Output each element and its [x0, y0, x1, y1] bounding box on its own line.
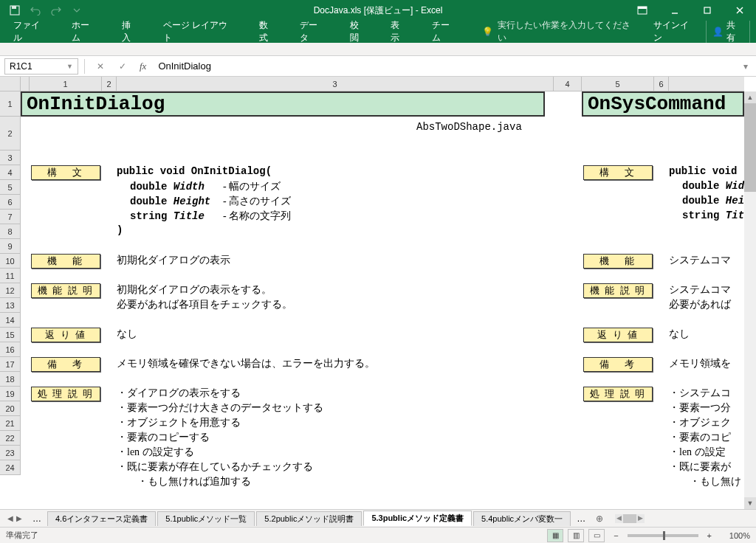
zoom-slider[interactable]	[628, 534, 698, 537]
ribbon-display-button[interactable]	[626, 0, 659, 21]
sheet-tab-5[interactable]: 5.4publicメンバ変数一	[473, 511, 571, 526]
sheet-nav[interactable]: ◀▶	[3, 514, 27, 522]
label-process[interactable]: 処 理 説 明	[31, 387, 100, 401]
function-text[interactable]: 初期化ダイアログの表示	[117, 254, 230, 267]
remarks-text-r[interactable]: メモリ領域を	[669, 357, 731, 370]
label-func-desc[interactable]: 機 能 説 明	[31, 283, 100, 298]
zoom-out-button[interactable]: −	[609, 531, 622, 540]
cancel-formula-button[interactable]: ✕	[91, 58, 110, 75]
param2[interactable]: double Height - 高さのサイズ	[130, 195, 291, 208]
row-header-4[interactable]: 4	[0, 165, 20, 180]
row-header-5[interactable]: 5	[0, 180, 20, 195]
tab-insert[interactable]: 挿入	[114, 21, 147, 43]
col-header-1[interactable]: 1	[30, 77, 102, 91]
share-button[interactable]: 👤共有	[706, 17, 750, 46]
param2-r[interactable]: double Hei	[682, 195, 744, 207]
row-header-17[interactable]: 17	[0, 357, 20, 372]
proc-3-r[interactable]: ・オブジェク	[669, 416, 731, 429]
row-header-9[interactable]: 9	[0, 239, 20, 254]
zoom-level[interactable]: 100%	[721, 531, 750, 540]
col-header-2[interactable]: 2	[102, 77, 117, 91]
undo-button[interactable]	[27, 1, 44, 19]
tab-review[interactable]: 校閲	[343, 21, 375, 43]
tab-formulas[interactable]: 数式	[252, 21, 284, 43]
col-header-4[interactable]: 4	[554, 77, 582, 91]
row-header-19[interactable]: 19	[0, 387, 20, 401]
enter-formula-button[interactable]: ✓	[113, 58, 132, 75]
sheet-tab-2[interactable]: 5.1publicメソッド一覧	[157, 511, 255, 526]
row-header-20[interactable]: 20	[0, 401, 20, 416]
function-text-r[interactable]: システムコマ	[669, 254, 731, 267]
label-remarks-r[interactable]: 備 考	[583, 357, 653, 372]
close-button[interactable]	[724, 0, 756, 21]
sheet-overflow-right[interactable]: …	[572, 513, 590, 524]
row-header-15[interactable]: 15	[0, 328, 20, 342]
proc-1-r[interactable]: ・システムコ	[669, 387, 731, 400]
view-page-break-button[interactable]: ▭	[588, 529, 605, 542]
return-text[interactable]: なし	[117, 328, 137, 341]
param3[interactable]: string Title - 名称の文字列	[130, 210, 291, 223]
tab-view[interactable]: 表示	[383, 21, 416, 43]
func-desc-1[interactable]: 初期化ダイアログの表示をする。	[117, 283, 272, 297]
col-header-6[interactable]: 6	[654, 77, 669, 91]
sig-close[interactable]: )	[117, 224, 123, 236]
formula-expand-button[interactable]: ▾	[740, 61, 752, 72]
proc-6[interactable]: ・既に要素が存在しているかチェックする	[117, 460, 313, 474]
row-header-7[interactable]: 7	[0, 210, 20, 224]
row-header-13[interactable]: 13	[0, 298, 20, 313]
tab-home[interactable]: ホーム	[64, 21, 106, 43]
method-title-left[interactable]: OnInitDialog	[21, 91, 545, 117]
param1[interactable]: double Width - 幅のサイズ	[130, 180, 281, 193]
column-headers[interactable]: 1 2 3 4 5 6	[21, 77, 744, 91]
proc-1[interactable]: ・ダイアログの表示をする	[117, 387, 241, 400]
add-sheet-button[interactable]: ⊕	[591, 513, 608, 524]
redo-button[interactable]	[47, 1, 65, 19]
select-all-corner[interactable]	[0, 77, 21, 91]
label-return[interactable]: 返 り 値	[31, 328, 100, 342]
view-normal-button[interactable]: ▦	[547, 529, 563, 542]
return-text-r[interactable]: なし	[669, 328, 690, 341]
scroll-down-button[interactable]: ▼	[744, 497, 756, 509]
proc-2-r[interactable]: ・要素一つ分	[669, 401, 731, 415]
row-header-18[interactable]: 18	[0, 372, 20, 387]
label-function-r[interactable]: 機 能	[583, 254, 653, 269]
remarks-text[interactable]: メモリ領域を確保できない場合は、エラーを出力する。	[117, 357, 375, 370]
row-header-14[interactable]: 14	[0, 313, 20, 328]
row-header-11[interactable]: 11	[0, 269, 20, 283]
source-file[interactable]: AbsTwoDShape.java	[416, 121, 522, 133]
horizontal-scrollbar[interactable]: ◀▶	[615, 514, 645, 523]
proc-5-r[interactable]: ・len の設定	[669, 446, 726, 459]
vertical-scrollbar[interactable]: ▲ ▼	[744, 91, 756, 509]
name-box[interactable]: R1C1▼	[4, 58, 78, 75]
row-header-12[interactable]: 12	[0, 283, 20, 298]
label-func-desc-r[interactable]: 機 能 説 明	[583, 283, 653, 298]
proc-4-r[interactable]: ・要素のコピ	[669, 431, 731, 444]
scroll-thumb[interactable]	[744, 103, 756, 192]
func-desc-2-r[interactable]: 必要があれば	[669, 298, 731, 311]
maximize-button[interactable]	[691, 0, 724, 21]
sig-line[interactable]: public void OnInitDialog(	[117, 165, 272, 177]
tell-me[interactable]: 💡実行したい作業を入力してください	[475, 21, 645, 43]
quick-save-button[interactable]	[6, 1, 24, 19]
proc-7[interactable]: ・もし無ければ追加する	[127, 475, 251, 488]
label-remarks[interactable]: 備 考	[31, 357, 100, 372]
row-header-23[interactable]: 23	[0, 446, 20, 460]
label-syntax[interactable]: 構 文	[31, 165, 100, 180]
row-header-10[interactable]: 10	[0, 254, 20, 269]
sheet-tab-1[interactable]: 4.6インタフェース定義書	[47, 511, 156, 526]
row-header-8[interactable]: 8	[0, 224, 20, 239]
tab-team[interactable]: チーム	[425, 21, 466, 43]
col-header-3[interactable]: 3	[117, 77, 554, 91]
zoom-in-button[interactable]: +	[703, 531, 716, 540]
sig-line-r[interactable]: public void	[669, 165, 737, 177]
row-header-21[interactable]: 21	[0, 416, 20, 431]
signin-link[interactable]: サインイン	[653, 19, 697, 44]
proc-3[interactable]: ・オブジェクトを用意する	[117, 416, 241, 429]
param3-r[interactable]: string Tit	[682, 210, 744, 221]
row-header-2[interactable]: 2	[0, 117, 20, 151]
label-function[interactable]: 機 能	[31, 254, 100, 269]
qa-customize-button[interactable]	[68, 1, 86, 19]
worksheet-cells[interactable]: OnInitDialog AbsTwoDShape.java 構 文 publi…	[21, 91, 744, 509]
row-header-1[interactable]: 1	[0, 91, 20, 117]
sheet-overflow[interactable]: …	[28, 513, 46, 524]
